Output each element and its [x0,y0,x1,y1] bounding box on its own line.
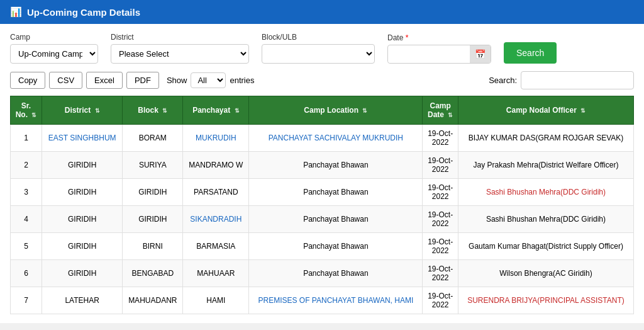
cell-panchayat: MANDRAMO W [183,152,249,179]
cell-sr-no: 3 [11,179,42,206]
cell-panchayat: SIKANDRADIH [183,206,249,233]
camp-filter-group: Camp Up-Coming Camps [10,33,98,64]
table-search-input[interactable] [521,71,634,89]
col-nodal-officer[interactable]: Camp Nodal Officer ⇅ [458,96,633,125]
cell-camp-location: PREMISES OF PANCHAYAT BHAWAN, HAMI [249,287,423,314]
camp-label: Camp [10,33,98,42]
cell-block: BENGABAD [123,260,183,287]
cell-panchayat: BARMASIA [183,233,249,260]
pdf-button[interactable]: PDF [126,72,159,89]
cell-block: GIRIDIH [123,206,183,233]
cell-district: GIRIDIH [42,260,123,287]
table-row: 2GIRIDIHSURIYAMANDRAMO WPanchayat Bhawan… [11,152,634,179]
csv-button[interactable]: CSV [49,72,82,89]
calendar-button[interactable]: 📅 [470,45,491,63]
cell-nodal-officer: BIJAY KUMAR DAS(GRAM ROJGAR SEVAK) [458,125,633,152]
excel-button[interactable]: Excel [86,72,123,89]
cell-panchayat: MAHUAAR [183,260,249,287]
district-filter-group: District Please Select [111,33,249,64]
camp-select[interactable]: Up-Coming Camps [10,44,98,64]
cell-block: MAHUADANR [123,287,183,314]
header: 📊 Up-Coming Camp Details [0,0,644,24]
cell-nodal-officer: SURENDRA BRIJYA(PRINCIPAL ASSISTANT) [458,287,633,314]
cell-district: GIRIDIH [42,233,123,260]
col-panchayat[interactable]: Panchayat ⇅ [183,96,249,125]
block-select[interactable] [262,44,375,64]
cell-nodal-officer: Wilson Bhengra(AC Giridih) [458,260,633,287]
cell-camp-date: 19-Oct-2022 [423,260,458,287]
panchayat-link[interactable]: SIKANDRADIH [190,215,242,224]
cell-camp-location: Panchayat Bhawan [249,206,423,233]
header-title: Up-Coming Camp Details [27,7,140,18]
table-row: 3GIRIDIHGIRIDIHPARSATANDPanchayat Bhawan… [11,179,634,206]
cell-camp-location: Panchayat Bhawan [249,152,423,179]
location-link[interactable]: PREMISES OF PANCHAYAT BHAWAN, HAMI [258,296,414,305]
cell-camp-date: 19-Oct-2022 [423,233,458,260]
cell-nodal-officer: Gautam Kumar Bhagat(District Supply Offi… [458,233,633,260]
cell-camp-location: Panchayat Bhawan [249,233,423,260]
toolbar-right: Search: [489,71,634,89]
date-input[interactable] [388,46,470,63]
cell-block: BORAM [123,125,183,152]
search-button-group: Search [504,42,557,64]
cell-panchayat: PARSATAND [183,179,249,206]
table-row: 6GIRIDIHBENGABADMAHUAARPanchayat Bhawan1… [11,260,634,287]
cell-nodal-officer: Jay Prakash Mehra(District Welfare Offic… [458,152,633,179]
data-table: Sr.No. ⇅ District ⇅ Block ⇅ Panchayat ⇅ … [10,96,634,314]
table-row: 4GIRIDIHGIRIDIHSIKANDRADIHPanchayat Bhaw… [11,206,634,233]
copy-button[interactable]: Copy [10,72,45,89]
entries-label: entries [230,76,254,85]
nodal-text: Sashi Bhushan Mehra(DDC Giridih) [486,188,606,196]
cell-camp-date: 19-Oct-2022 [423,287,458,314]
cell-sr-no: 6 [11,260,42,287]
location-link[interactable]: PANCHAYAT SACHIVALAY MUKRUDIH [269,134,403,142]
show-entries-group: Show All 10 25 50 100 entries [167,72,255,88]
cell-block: BIRNI [123,233,183,260]
district-select[interactable]: Please Select [111,44,249,64]
col-camp-location[interactable]: Camp Location ⇅ [249,96,423,125]
cell-camp-date: 19-Oct-2022 [423,152,458,179]
table-row: 5GIRIDIHBIRNIBARMASIAPanchayat Bhawan19-… [11,233,634,260]
cell-sr-no: 7 [11,287,42,314]
col-camp-date[interactable]: CampDate ⇅ [423,96,458,125]
cell-camp-location: Panchayat Bhawan [249,179,423,206]
cell-panchayat: HAMI [183,287,249,314]
date-input-wrapper: 📅 [387,45,491,64]
table-row: 1EAST SINGHBHUMBORAMMUKRUDIHPANCHAYAT SA… [11,125,634,152]
panchayat-link[interactable]: MUKRUDIH [196,134,236,142]
date-filter-group: Date * 📅 [387,33,491,64]
district-label: District [111,33,249,42]
cell-district: EAST SINGHBHUM [42,125,123,152]
block-filter-group: Block/ULB [262,33,375,64]
table-header: Sr.No. ⇅ District ⇅ Block ⇅ Panchayat ⇅ … [11,96,634,125]
cell-district: LATEHAR [42,287,123,314]
date-label: Date * [387,33,491,42]
cell-camp-date: 19-Oct-2022 [423,206,458,233]
cell-panchayat: MUKRUDIH [183,125,249,152]
filters-row: Camp Up-Coming Camps District Please Sel… [10,33,634,64]
show-label: Show [167,76,187,85]
cell-nodal-officer: Sashi Bhushan Mehra(DDC Giridih) [458,179,633,206]
nodal-text: SURENDRA BRIJYA(PRINCIPAL ASSISTANT) [467,296,625,305]
cell-sr-no: 5 [11,233,42,260]
cell-sr-no: 4 [11,206,42,233]
col-district[interactable]: District ⇅ [42,96,123,125]
cell-camp-date: 19-Oct-2022 [423,125,458,152]
cell-district: GIRIDIH [42,206,123,233]
cell-sr-no: 2 [11,152,42,179]
toolbar-row: Copy CSV Excel PDF Show All 10 25 50 100… [10,71,634,89]
col-block[interactable]: Block ⇅ [123,96,183,125]
col-sr-no[interactable]: Sr.No. ⇅ [11,96,42,125]
header-icon: 📊 [10,6,22,18]
district-link[interactable]: EAST SINGHBHUM [48,134,116,142]
search-label: Search: [489,76,517,85]
block-label: Block/ULB [262,33,375,42]
cell-block: SURIYA [123,152,183,179]
table-row: 7LATEHARMAHUADANRHAMIPREMISES OF PANCHAY… [11,287,634,314]
cell-camp-date: 19-Oct-2022 [423,179,458,206]
search-button[interactable]: Search [504,42,557,64]
entries-select[interactable]: All 10 25 50 100 [191,72,226,88]
toolbar-left: Copy CSV Excel PDF Show All 10 25 50 100… [10,72,254,89]
date-required-indicator: * [406,33,409,42]
cell-block: GIRIDIH [123,179,183,206]
